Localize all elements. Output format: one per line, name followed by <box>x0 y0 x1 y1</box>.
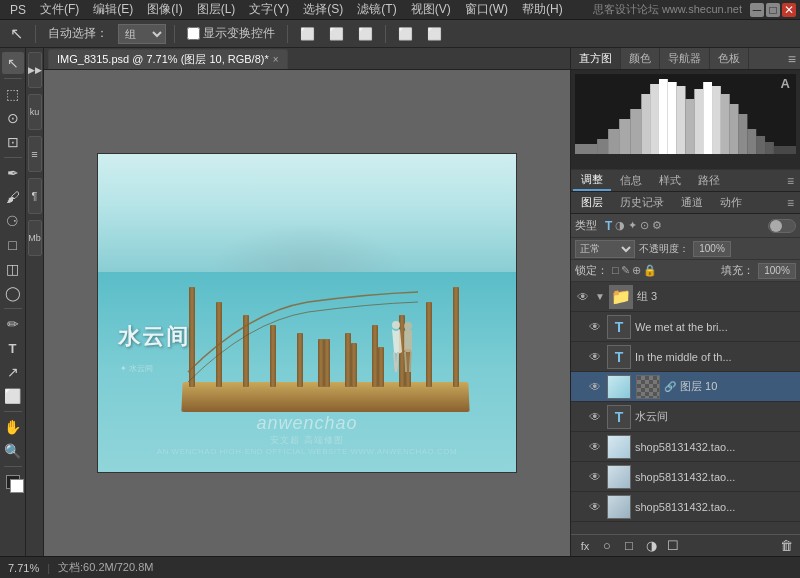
blend-mode-select[interactable]: 正常 <box>575 240 635 258</box>
new-layer-button[interactable]: ☐ <box>663 537 683 555</box>
show-transform-label[interactable]: 显示变换控件 <box>183 23 279 44</box>
brush-tool[interactable]: 🖌 <box>2 186 24 208</box>
tab-history[interactable]: 历史记录 <box>612 193 672 212</box>
arrange-icon[interactable]: ⬜ <box>423 25 446 43</box>
align-right-icon[interactable]: ⬜ <box>354 25 377 43</box>
panel-icon-ku[interactable]: ku <box>28 94 42 130</box>
foreground-color[interactable] <box>2 471 24 493</box>
panel-icon-1[interactable]: ▶▶ <box>28 52 42 88</box>
layer-arrow-icon[interactable]: ▼ <box>595 291 605 302</box>
hand-tool[interactable]: ✋ <box>2 416 24 438</box>
lock-position-icon[interactable]: ⊕ <box>632 264 641 277</box>
layer-visibility-icon[interactable]: 👁 <box>587 409 603 425</box>
dodge-tool[interactable]: ◯ <box>2 282 24 304</box>
tab-color[interactable]: 颜色 <box>621 48 660 69</box>
layers-menu-icon[interactable]: ≡ <box>787 196 794 210</box>
list-item[interactable]: 👁 T We met at the bri... <box>571 312 800 342</box>
layer-effects-button[interactable]: fx <box>575 537 595 555</box>
menu-text[interactable]: 文字(Y) <box>243 0 295 19</box>
layer-visibility-icon[interactable]: 👁 <box>587 319 603 335</box>
delete-layer-button[interactable]: 🗑 <box>776 537 796 555</box>
marquee-tool[interactable]: ⬚ <box>2 83 24 105</box>
menu-select[interactable]: 选择(S) <box>297 0 349 19</box>
opacity-input[interactable] <box>693 241 731 257</box>
tab-path[interactable]: 路径 <box>690 171 728 190</box>
move-tool[interactable]: ↖ <box>2 52 24 74</box>
tab-swatches[interactable]: 色板 <box>710 48 749 69</box>
list-item[interactable]: 👁 T 水云间 <box>571 402 800 432</box>
fill-input[interactable] <box>758 263 796 279</box>
layer-visibility-icon[interactable]: 👁 <box>587 499 603 515</box>
list-item[interactable]: 👁 shop58131432.tao... <box>571 462 800 492</box>
tab-adjust[interactable]: 调整 <box>573 170 611 191</box>
tab-histogram[interactable]: 直方图 <box>571 48 621 69</box>
lasso-tool[interactable]: ⊙ <box>2 107 24 129</box>
list-item[interactable]: 👁 shop58131432.tao... <box>571 432 800 462</box>
canvas-viewport[interactable]: 水云间 ✦ 水云间 anwenchao 安文超 高端修图 AN WENCHAO … <box>44 70 570 556</box>
menu-help[interactable]: 帮助(H) <box>516 0 569 19</box>
list-item[interactable]: 👁 shop58131432.tao... <box>571 492 800 522</box>
tab-info[interactable]: 信息 <box>612 171 650 190</box>
layer-visibility-icon[interactable]: 👁 <box>575 289 591 305</box>
layer-visibility-icon[interactable]: 👁 <box>587 379 603 395</box>
ps-logo[interactable]: PS <box>4 2 32 18</box>
maximize-button[interactable]: □ <box>766 3 780 17</box>
add-mask-button[interactable]: ○ <box>597 537 617 555</box>
layer-visibility-icon[interactable]: 👁 <box>587 469 603 485</box>
filter-pixel-icon[interactable]: ⚙ <box>652 219 662 233</box>
menu-view[interactable]: 视图(V) <box>405 0 457 19</box>
tab-close-btn[interactable]: × <box>273 54 279 65</box>
new-group-button[interactable]: □ <box>619 537 639 555</box>
move-tool-icon[interactable]: ↖ <box>6 22 27 45</box>
tab-style[interactable]: 样式 <box>651 171 689 190</box>
zoom-level[interactable]: 7.71% <box>8 562 39 574</box>
tab-navigator[interactable]: 导航器 <box>660 48 710 69</box>
list-item[interactable]: 👁 T In the middle of th... <box>571 342 800 372</box>
menu-file[interactable]: 文件(F) <box>34 0 85 19</box>
text-tool[interactable]: T <box>2 337 24 359</box>
pen-tool[interactable]: ✏ <box>2 313 24 335</box>
eraser-tool[interactable]: □ <box>2 234 24 256</box>
align-center-icon[interactable]: ⬜ <box>325 25 348 43</box>
minimize-button[interactable]: ─ <box>750 3 764 17</box>
layer-visibility-icon[interactable]: 👁 <box>587 349 603 365</box>
close-button[interactable]: ✕ <box>782 3 796 17</box>
clone-tool[interactable]: ⚆ <box>2 210 24 232</box>
tab-actions[interactable]: 动作 <box>712 193 750 212</box>
menu-filter[interactable]: 滤镜(T) <box>351 0 402 19</box>
menu-window[interactable]: 窗口(W) <box>459 0 514 19</box>
auto-select-dropdown[interactable]: 组 图层 <box>118 24 166 44</box>
panel-icon-2[interactable]: ≡ <box>28 136 42 172</box>
canvas-tab[interactable]: IMG_8315.psd @ 7.71% (图层 10, RGB/8)* × <box>48 49 288 69</box>
path-tool[interactable]: ↗ <box>2 361 24 383</box>
layer-visibility-icon[interactable]: 👁 <box>587 439 603 455</box>
filter-shape-icon[interactable]: ✦ <box>628 219 637 233</box>
new-adjustment-button[interactable]: ◑ <box>641 537 661 555</box>
menu-image[interactable]: 图像(I) <box>141 0 188 19</box>
distribute-icon[interactable]: ⬜ <box>394 25 417 43</box>
menu-edit[interactable]: 编辑(E) <box>87 0 139 19</box>
crop-tool[interactable]: ⊡ <box>2 131 24 153</box>
layer-list[interactable]: 👁 ▼ 📁 组 3 👁 T We met at the bri... 👁 T I… <box>571 282 800 534</box>
tab-channels[interactable]: 通道 <box>673 193 711 212</box>
lock-transparent-icon[interactable]: □ <box>612 264 619 277</box>
panel-collapse-icon[interactable]: ≡ <box>788 51 796 67</box>
panel-icon-3[interactable]: ¶ <box>28 178 42 214</box>
filter-toggle[interactable] <box>768 219 796 233</box>
list-item[interactable]: 👁 ▼ 📁 组 3 <box>571 282 800 312</box>
eyedropper-tool[interactable]: ✒ <box>2 162 24 184</box>
filter-text-icon[interactable]: T <box>605 219 612 233</box>
align-left-icon[interactable]: ⬜ <box>296 25 319 43</box>
zoom-tool[interactable]: 🔍 <box>2 440 24 462</box>
filter-adj-icon[interactable]: ◑ <box>615 219 625 233</box>
tab-layers[interactable]: 图层 <box>573 193 611 212</box>
lock-pixels-icon[interactable]: ✎ <box>621 264 630 277</box>
list-item[interactable]: 👁 🔗 图层 10 <box>571 372 800 402</box>
layer-link-icon[interactable]: 🔗 <box>664 381 676 392</box>
section-collapse[interactable]: ≡ <box>787 174 794 188</box>
gradient-tool[interactable]: ◫ <box>2 258 24 280</box>
menu-layer[interactable]: 图层(L) <box>191 0 242 19</box>
show-transform-checkbox[interactable] <box>187 27 200 40</box>
panel-icon-mb[interactable]: Mb <box>28 220 42 256</box>
shape-tool[interactable]: ⬜ <box>2 385 24 407</box>
